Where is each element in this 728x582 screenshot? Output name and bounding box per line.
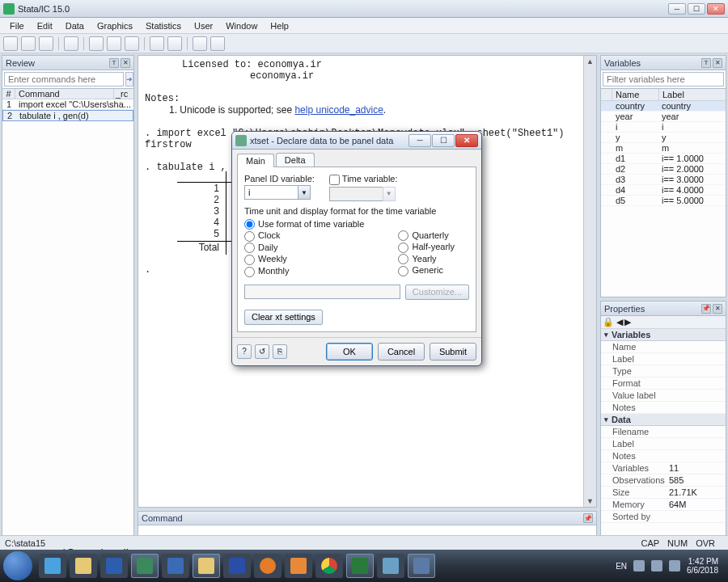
taskbar-explorer2-icon[interactable] bbox=[193, 554, 220, 578]
menu-file[interactable]: File bbox=[3, 19, 31, 32]
help-link[interactable]: help unicode_advice bbox=[294, 104, 383, 116]
variable-row[interactable]: yy bbox=[601, 133, 726, 143]
lock-icon[interactable]: 🔒 bbox=[603, 317, 614, 327]
menu-graphics[interactable]: Graphics bbox=[91, 19, 139, 32]
menu-help[interactable]: Help bbox=[264, 19, 295, 32]
property-row[interactable]: Observations585 bbox=[601, 474, 726, 487]
pin-icon[interactable]: 📌 bbox=[583, 513, 593, 523]
property-row[interactable]: Label bbox=[601, 438, 726, 450]
property-row[interactable]: Variables11 bbox=[601, 462, 726, 474]
radio-monthly[interactable] bbox=[244, 267, 255, 277]
radio-use-format[interactable] bbox=[244, 219, 255, 230]
props-data-section[interactable]: ▾Data bbox=[601, 414, 726, 426]
tool-print-icon[interactable] bbox=[39, 36, 53, 51]
taskbar-stata-icon[interactable] bbox=[131, 554, 159, 578]
property-row[interactable]: Size21.71K bbox=[601, 487, 726, 499]
tab-main[interactable]: Main bbox=[237, 154, 274, 167]
review-go-icon[interactable]: ➜ bbox=[125, 72, 133, 86]
variable-row[interactable]: d1i== 1.0000 bbox=[601, 154, 726, 164]
tool-do-edit-icon[interactable] bbox=[125, 36, 139, 51]
variable-row[interactable]: countrycountry bbox=[601, 101, 726, 112]
start-button[interactable] bbox=[3, 551, 32, 580]
tool-log-icon[interactable] bbox=[64, 36, 78, 51]
tray-flag-icon[interactable] bbox=[633, 560, 645, 571]
review-row[interactable]: 1 import excel "C:\Users\sha... bbox=[2, 99, 133, 110]
copy-icon[interactable]: ⎘ bbox=[273, 344, 287, 359]
prev-icon[interactable]: ◀ bbox=[616, 317, 623, 327]
pin-icon[interactable]: 📌 bbox=[701, 304, 711, 314]
taskbar-ie-icon[interactable] bbox=[39, 554, 66, 578]
dialog-maximize-button[interactable]: ☐ bbox=[432, 134, 455, 147]
variables-filter-input[interactable] bbox=[603, 72, 724, 86]
panel-id-input[interactable] bbox=[244, 185, 298, 200]
tray-volume-icon[interactable] bbox=[669, 560, 680, 571]
property-row[interactable]: Memory64M bbox=[601, 499, 726, 511]
property-row[interactable]: Type bbox=[601, 365, 726, 377]
ok-button[interactable]: OK bbox=[326, 343, 373, 361]
tool-graph-icon[interactable] bbox=[107, 36, 121, 51]
tool-data-browse-icon[interactable] bbox=[167, 36, 182, 51]
variable-row[interactable]: d5i== 5.0000 bbox=[601, 196, 726, 206]
tray-network-icon[interactable] bbox=[651, 560, 662, 571]
customize-button[interactable]: Customize... bbox=[405, 285, 469, 300]
property-row[interactable]: Notes bbox=[601, 450, 726, 462]
radio-quarterly[interactable] bbox=[398, 230, 408, 241]
vars-col-name[interactable]: Name bbox=[612, 89, 659, 100]
close-button[interactable]: ✕ bbox=[707, 3, 725, 15]
filter-icon[interactable]: T bbox=[701, 58, 711, 68]
clear-xt-settings-button[interactable]: Clear xt settings bbox=[244, 310, 323, 325]
close-panel-icon[interactable]: ✕ bbox=[713, 58, 722, 68]
taskbar-excel-icon[interactable] bbox=[346, 554, 374, 578]
minimize-button[interactable]: ─ bbox=[668, 3, 686, 15]
taskbar-app2-icon[interactable] bbox=[408, 554, 435, 578]
tool-data-edit-icon[interactable] bbox=[150, 36, 164, 51]
reset-icon[interactable]: ↺ bbox=[255, 344, 269, 359]
cancel-button[interactable]: Cancel bbox=[378, 343, 425, 361]
time-variable-checkbox[interactable] bbox=[329, 175, 340, 185]
dialog-close-button[interactable]: ✕ bbox=[455, 134, 478, 147]
props-variables-section[interactable]: ▾Variables bbox=[601, 329, 726, 341]
taskbar-bluetooth-icon[interactable] bbox=[162, 554, 189, 578]
radio-weekly[interactable] bbox=[244, 255, 255, 265]
tab-delta[interactable]: Delta bbox=[276, 153, 315, 167]
review-col-rc[interactable]: _rc bbox=[114, 89, 133, 99]
property-row[interactable]: Filename bbox=[601, 426, 726, 438]
review-col-command[interactable]: Command bbox=[15, 89, 114, 99]
radio-half-yearly[interactable] bbox=[398, 242, 408, 253]
menu-statistics[interactable]: Statistics bbox=[139, 19, 188, 32]
property-row[interactable]: Label bbox=[601, 353, 726, 365]
menu-edit[interactable]: Edit bbox=[31, 19, 59, 32]
taskbar-chrome-icon[interactable] bbox=[315, 554, 343, 578]
dialog-minimize-button[interactable]: ─ bbox=[408, 134, 431, 147]
review-search-input[interactable] bbox=[4, 72, 124, 86]
tool-open-icon[interactable] bbox=[3, 36, 18, 51]
variable-row[interactable]: d4i== 4.0000 bbox=[601, 185, 726, 196]
variable-row[interactable]: d2i== 2.0000 bbox=[601, 164, 726, 175]
pin-icon[interactable]: ✕ bbox=[121, 58, 130, 68]
tray-lang[interactable]: EN bbox=[616, 562, 627, 571]
property-row[interactable]: Sorted by bbox=[601, 511, 726, 523]
property-row[interactable]: Notes bbox=[601, 402, 726, 414]
submit-button[interactable]: Submit bbox=[430, 343, 476, 361]
panel-id-dropdown-icon[interactable]: ▼ bbox=[298, 185, 311, 200]
tool-break-icon[interactable] bbox=[210, 36, 225, 51]
variable-row[interactable]: mm bbox=[601, 143, 726, 154]
taskbar-media-icon[interactable] bbox=[100, 554, 128, 578]
scrollbar[interactable] bbox=[583, 56, 596, 507]
review-col-num[interactable]: # bbox=[2, 89, 15, 99]
tool-viewer-icon[interactable] bbox=[89, 36, 104, 51]
maximize-button[interactable]: ☐ bbox=[688, 3, 705, 15]
tray-clock[interactable]: 1:42 PM 6/6/2018 bbox=[687, 557, 718, 575]
taskbar-app-icon[interactable] bbox=[377, 554, 404, 578]
review-row[interactable]: 2 tabulate i , gen(d) bbox=[2, 110, 133, 121]
tool-more-icon[interactable] bbox=[193, 36, 207, 51]
radio-daily[interactable] bbox=[244, 242, 255, 253]
property-row[interactable]: Name bbox=[601, 341, 726, 353]
taskbar-firefox-icon[interactable] bbox=[254, 554, 281, 578]
property-row[interactable]: Value label bbox=[601, 390, 726, 402]
vars-col-label[interactable]: Label bbox=[659, 89, 726, 100]
variable-row[interactable]: d3i== 3.0000 bbox=[601, 175, 726, 185]
taskbar-word-icon[interactable] bbox=[223, 554, 251, 578]
menu-window[interactable]: Window bbox=[219, 19, 264, 32]
tool-save-icon[interactable] bbox=[21, 36, 36, 51]
